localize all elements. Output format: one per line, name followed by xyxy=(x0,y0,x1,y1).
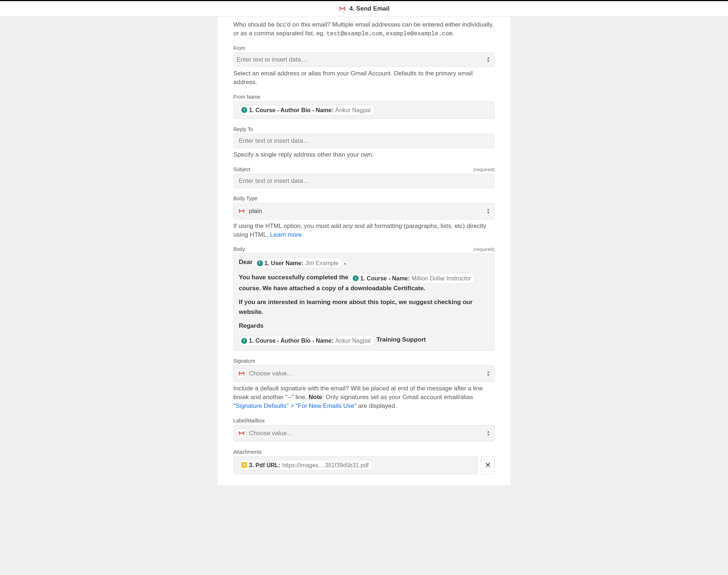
field-label-mailbox: Label/Mailbox Choose value… ▲▼ xyxy=(233,418,495,442)
subject-placeholder: Enter text or insert data… xyxy=(239,177,309,185)
bcc-help-suffix: . xyxy=(452,30,454,37)
attachments-label: Attachments xyxy=(233,449,262,455)
pill-user-value: Jim Example xyxy=(305,259,339,267)
field-body: Body (required) Dear t 1. User Name: Jim… xyxy=(233,246,495,351)
teachable-icon: t xyxy=(241,338,247,344)
gmail-icon xyxy=(237,369,246,378)
field-body-type: Body Type plain ▲▼ If using the HTML opt… xyxy=(233,196,495,239)
sort-icon: ▲▼ xyxy=(487,430,490,436)
body-line2b: course. We have attached a copy of a dow… xyxy=(239,285,426,292)
user-name-pill[interactable]: t 1. User Name: Jim Example xyxy=(254,258,343,268)
bcc-help-text: Who should be bcc'd on this email? Multi… xyxy=(233,20,495,38)
attachments-input[interactable]: ▾ 3. Pdf URL: https://images....381f39d5… xyxy=(233,456,478,474)
body-type-value: plain xyxy=(249,208,262,215)
from-name-label: From Name xyxy=(233,94,260,100)
body-line3: If you are interested in learning more a… xyxy=(239,299,472,315)
reply-to-input[interactable]: Enter text or insert data… xyxy=(233,134,495,148)
page-header: 4. Send Email xyxy=(0,1,728,17)
learn-more-link[interactable]: Learn more. xyxy=(270,231,304,238)
bcc-help-example: test@example.com,example@example.com xyxy=(327,31,452,37)
pill-course-value: Million Dollar Instructor xyxy=(412,274,471,283)
close-icon: ✕ xyxy=(485,461,491,469)
field-signature: Signature Choose value… ▲▼ Include a def… xyxy=(233,358,495,410)
body-dear: Dear xyxy=(239,259,254,265)
gmail-icon xyxy=(339,5,347,13)
body-line5: Training Support xyxy=(376,336,426,343)
sort-icon: ▲▼ xyxy=(487,57,490,63)
pill-user-label: 1. User Name: xyxy=(265,259,304,267)
from-help: Select an email address or alias from yo… xyxy=(233,69,495,87)
teachable-icon: t xyxy=(257,260,263,266)
subject-label: Subject xyxy=(233,166,250,172)
sort-icon: ▲▼ xyxy=(487,371,490,377)
body-label: Body xyxy=(233,246,245,252)
pill-pdf-label: 3. Pdf URL: xyxy=(249,461,280,469)
sig-note-label: Note xyxy=(309,394,323,401)
course-name-pill[interactable]: t 1. Course - Name: Million Dollar Instr… xyxy=(350,273,475,284)
from-label: From xyxy=(233,45,245,51)
header-title: 4. Send Email xyxy=(349,5,390,12)
subject-required: (required) xyxy=(473,167,495,172)
pill-author2-label: 1. Course - Author Bio - Name: xyxy=(249,336,333,345)
from-placeholder: Enter text or insert data… xyxy=(237,56,307,63)
gmail-icon xyxy=(237,206,246,216)
gmail-icon xyxy=(237,429,246,438)
label-mailbox-select[interactable]: Choose value… ▲▼ xyxy=(233,425,495,442)
teachable-icon: t xyxy=(241,107,247,113)
sig-help-mid: : Only signatures set as your Gmail acco… xyxy=(323,394,473,401)
field-from-name: From Name t 1. Course - Author Bio - Nam… xyxy=(233,94,495,119)
body-type-help: If using the HTML option, you must add a… xyxy=(233,222,495,239)
body-comma: , xyxy=(343,259,346,265)
remove-attachment-button[interactable]: ✕ xyxy=(481,456,495,474)
attachment-pill[interactable]: ▾ 3. Pdf URL: https://images....381f39d5… xyxy=(239,460,373,470)
from-name-pill[interactable]: t 1. Course - Author Bio - Name: Ankur N… xyxy=(239,105,375,115)
body-required: (required) xyxy=(473,247,495,252)
body-editor[interactable]: Dear t 1. User Name: Jim Example , You h… xyxy=(233,253,495,351)
reply-to-label: Reply To xyxy=(233,126,253,132)
body-type-select[interactable]: plain ▲▼ xyxy=(233,203,495,220)
pill-pdf-value: https://images....381f39d5b31.pdf xyxy=(282,461,369,469)
teachable-icon: t xyxy=(353,275,359,281)
field-from: From Enter text or insert data… ▲▼ Selec… xyxy=(233,45,495,87)
reply-to-placeholder: Enter text or insert data… xyxy=(239,137,309,145)
body-type-label: Body Type xyxy=(233,196,257,201)
pill-author-value: Ankur Nagpal xyxy=(335,106,371,114)
pill-course-label: 1. Course - Name: xyxy=(360,274,410,283)
form-panel: Who should be bcc'd on this email? Multi… xyxy=(217,17,511,485)
field-reply-to: Reply To Enter text or insert data… Spec… xyxy=(233,126,495,159)
label-mailbox-placeholder: Choose value… xyxy=(249,430,293,437)
body-line2a: You have successfully completed the xyxy=(239,274,350,281)
from-name-input[interactable]: t 1. Course - Author Bio - Name: Ankur N… xyxy=(233,101,495,119)
pill-author2-value: Ankur Nagpal xyxy=(335,336,371,345)
label-mailbox-label: Label/Mailbox xyxy=(233,418,265,424)
signature-defaults-link[interactable]: "Signature Defaults" > "For New Emails U… xyxy=(233,402,356,409)
reply-to-help: Specify a single reply address other tha… xyxy=(233,150,495,159)
pdf-source-icon: ▾ xyxy=(241,462,247,468)
field-attachments: Attachments ▾ 3. Pdf URL: https://images… xyxy=(233,449,495,474)
signature-placeholder: Choose value… xyxy=(249,370,293,377)
field-subject: Subject (required) Enter text or insert … xyxy=(233,166,495,188)
from-input[interactable]: Enter text or insert data… ▲▼ xyxy=(233,52,495,67)
sort-icon: ▲▼ xyxy=(487,208,490,214)
body-line4: Regards xyxy=(239,322,264,329)
subject-input[interactable]: Enter text or insert data… xyxy=(233,174,495,188)
author-name-pill[interactable]: t 1. Course - Author Bio - Name: Ankur N… xyxy=(239,335,375,346)
signature-label: Signature xyxy=(233,358,255,364)
signature-help: Include a default signature with the ema… xyxy=(233,384,495,410)
pill-author-label: 1. Course - Author Bio - Name: xyxy=(249,106,333,114)
sig-help-suffix: are displayed. xyxy=(356,402,397,409)
signature-select[interactable]: Choose value… ▲▼ xyxy=(233,365,495,382)
